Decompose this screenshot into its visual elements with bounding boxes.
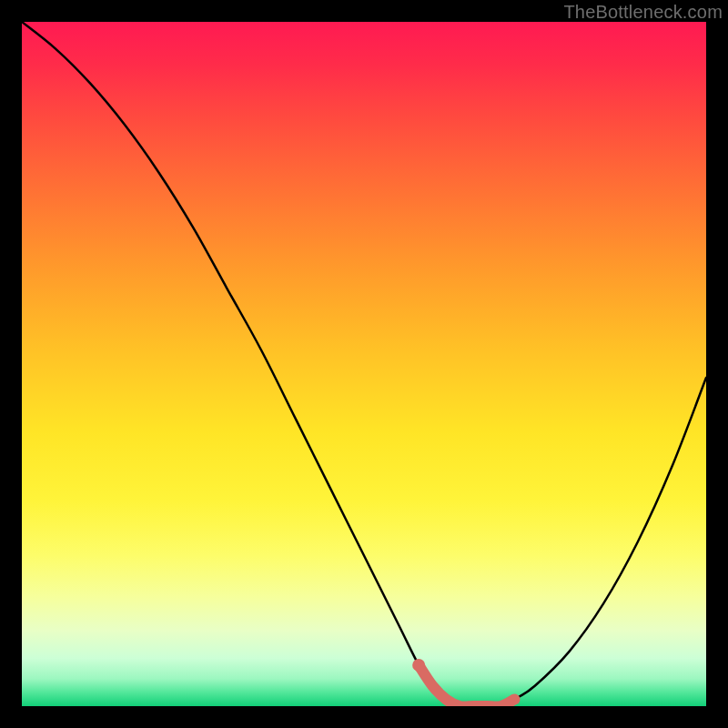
chart-plot-area	[22, 22, 706, 706]
chart-svg	[22, 22, 706, 706]
chart-frame: TheBottleneck.com	[0, 0, 728, 728]
highlight-start-marker	[412, 659, 425, 672]
watermark-text: TheBottleneck.com	[563, 2, 723, 23]
optimal-range-highlight	[419, 665, 514, 706]
bottleneck-curve	[22, 22, 706, 706]
